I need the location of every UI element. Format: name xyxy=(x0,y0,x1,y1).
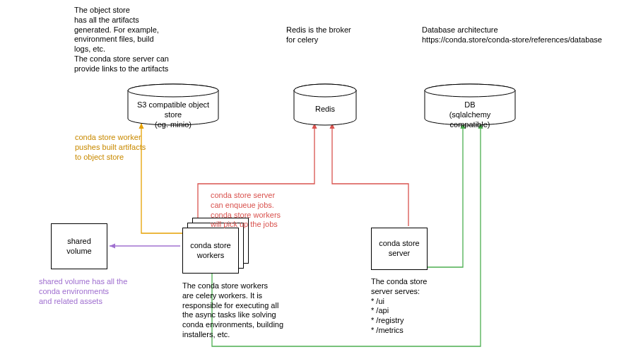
server-desc: The conda store server serves: * /ui * /… xyxy=(371,277,456,336)
shared-volume-label-2: volume xyxy=(66,247,91,255)
svg-point-1 xyxy=(128,84,218,97)
shared-volume-label-1: shared xyxy=(67,237,91,245)
svg-point-3 xyxy=(294,84,356,97)
server-node: conda store server xyxy=(371,228,428,270)
object-store-label-2: store xyxy=(165,110,182,119)
shared-volume-node: shared volume xyxy=(51,223,107,269)
workers-label-1: conda store xyxy=(190,241,230,249)
artifacts-arrow-label: conda store worker pushes built artifact… xyxy=(75,133,167,162)
db-cylinder: DB (sqlalchemy compatible) xyxy=(424,83,516,126)
workers-node: conda store workers xyxy=(182,228,239,274)
redis-cylinder: Redis xyxy=(293,83,357,126)
workers-desc: The conda store workers are celery worke… xyxy=(182,281,313,340)
db-label-1: DB xyxy=(464,100,475,109)
workers-label-2: workers xyxy=(197,251,225,259)
db-label-2: (sqlalchemy xyxy=(449,110,491,119)
object-store-label-1: S3 compatible object xyxy=(137,100,209,109)
object-store-label-3: (eg. minio) xyxy=(155,120,192,129)
object-store-desc: The object store has all the artifacts g… xyxy=(74,6,194,74)
db-label-3: compatible) xyxy=(450,120,490,129)
object-store-cylinder: S3 compatible object store (eg. minio) xyxy=(127,83,219,126)
redis-desc: Redis is the broker for celery xyxy=(286,25,385,45)
svg-point-5 xyxy=(425,84,515,97)
queue-desc: conda store server can enqueue jobs. con… xyxy=(211,191,317,230)
server-label-2: server xyxy=(389,249,411,257)
server-label-1: conda store xyxy=(379,239,419,247)
redis-label: Redis xyxy=(315,105,335,113)
shared-volume-desc: shared volume has all the conda environm… xyxy=(39,277,152,306)
db-desc: Database architecture https://conda.stor… xyxy=(422,25,636,45)
